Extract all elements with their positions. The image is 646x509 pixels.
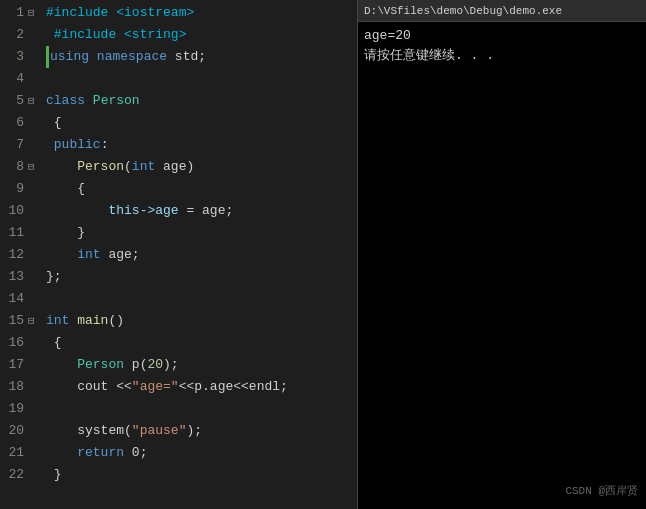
fold-marker [28,354,42,376]
terminal-titlebar: D:\VSfiles\demo\Debug\demo.exe [358,0,646,22]
line-number: 8 [0,156,24,178]
fold-marker[interactable]: ⊟ [28,90,42,112]
line-number: 21 [0,442,24,464]
line-number: 22 [0,464,24,486]
code-line: public: [46,134,357,156]
code-line: using namespace std; [46,46,357,68]
fold-marker [28,112,42,134]
code-line: this->age = age; [46,200,357,222]
fold-marker [28,200,42,222]
terminal-pane: D:\VSfiles\demo\Debug\demo.exe age=20请按任… [358,0,646,509]
line-number: 10 [0,200,24,222]
line-number: 4 [0,68,24,90]
fold-col: ⊟⊟⊟⊟ [28,0,42,509]
code-line: Person(int age) [46,156,357,178]
fold-marker [28,244,42,266]
line-number: 17 [0,354,24,376]
code-line: cout <<"age="<<p.age<<endl; [46,376,357,398]
fold-marker [28,464,42,486]
code-line [46,398,357,420]
line-number: 15 [0,310,24,332]
line-number: 12 [0,244,24,266]
line-number: 13 [0,266,24,288]
code-area: 12345678910111213141516171819202122 ⊟⊟⊟⊟… [0,0,357,509]
line-number: 5 [0,90,24,112]
code-lines: #include <iostream> #include <string>usi… [42,0,357,509]
line-number: 14 [0,288,24,310]
fold-marker [28,332,42,354]
code-line: Person p(20); [46,354,357,376]
line-number: 3 [0,46,24,68]
fold-marker [28,222,42,244]
fold-marker [28,68,42,90]
code-line: class Person [46,90,357,112]
line-number: 11 [0,222,24,244]
code-line [46,68,357,90]
code-line: #include <string> [46,24,357,46]
fold-marker [28,134,42,156]
code-line: #include <iostream> [46,2,357,24]
fold-marker[interactable]: ⊟ [28,2,42,24]
line-number: 7 [0,134,24,156]
fold-marker [28,288,42,310]
terminal-body: age=20请按任意键继续. . . CSDN @西岸贤 [358,22,646,509]
line-number: 1 [0,2,24,24]
terminal-output-line: 请按任意键继续. . . [364,46,640,66]
watermark: CSDN @西岸贤 [565,481,638,501]
editor-pane: 12345678910111213141516171819202122 ⊟⊟⊟⊟… [0,0,358,509]
fold-marker[interactable]: ⊟ [28,156,42,178]
fold-marker [28,266,42,288]
line-number: 19 [0,398,24,420]
terminal-output-line: age=20 [364,26,640,46]
line-number: 2 [0,24,24,46]
code-line: return 0; [46,442,357,464]
fold-marker [28,178,42,200]
line-number: 18 [0,376,24,398]
code-line: { [46,332,357,354]
fold-marker [28,46,42,68]
line-number: 16 [0,332,24,354]
code-line: system("pause"); [46,420,357,442]
fold-marker [28,376,42,398]
line-number: 6 [0,112,24,134]
line-numbers: 12345678910111213141516171819202122 [0,0,28,509]
fold-marker [28,442,42,464]
code-line: int main() [46,310,357,332]
code-line: { [46,112,357,134]
code-line: } [46,222,357,244]
code-line: }; [46,266,357,288]
code-line: { [46,178,357,200]
fold-marker[interactable]: ⊟ [28,310,42,332]
fold-marker [28,420,42,442]
code-line: int age; [46,244,357,266]
code-line [46,288,357,310]
fold-marker [28,24,42,46]
fold-marker [28,398,42,420]
main-container: 12345678910111213141516171819202122 ⊟⊟⊟⊟… [0,0,646,509]
code-line: } [46,464,357,486]
line-number: 20 [0,420,24,442]
line-number: 9 [0,178,24,200]
